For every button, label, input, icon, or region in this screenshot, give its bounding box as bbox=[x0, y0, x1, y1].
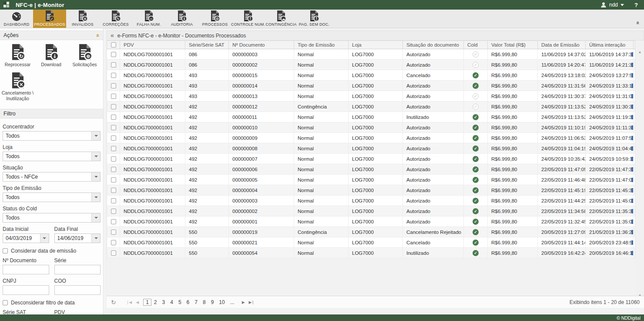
row-checkbox[interactable] bbox=[111, 62, 116, 68]
column-header-data-de-emiss-o[interactable]: Data de Emissão bbox=[538, 41, 586, 49]
tab-processados[interactable]: ✓PROCESSADOS bbox=[33, 10, 66, 28]
action-cancelamento-inutiliza-o[interactable]: ×Cancelamento \ Inutilização bbox=[1, 72, 34, 101]
table-row[interactable]: NDDLOG7000001001492000000011NormalLOG700… bbox=[107, 112, 635, 122]
table-row[interactable]: NDDLOG7000001001492000000007NormalLOG700… bbox=[107, 154, 635, 164]
table-row[interactable]: NDDLOG7000001001493000000013NormalLOG700… bbox=[107, 91, 635, 101]
table-row[interactable]: NDDLOG7000001001492000000009NormalLOG700… bbox=[107, 133, 635, 143]
table-row[interactable]: NDDLOG7000001001492000000003NormalLOG700… bbox=[107, 196, 635, 206]
chevron-down-icon[interactable] bbox=[91, 172, 100, 181]
tab-processos[interactable]: ⚙PROCESSOS bbox=[198, 10, 231, 28]
toolbar-collapse-button[interactable]: « bbox=[637, 20, 644, 28]
refresh-icon[interactable]: ↻ bbox=[111, 299, 116, 306]
page-4[interactable]: 4 bbox=[168, 299, 176, 306]
situa-o-select[interactable]: Todos - NFCe bbox=[3, 172, 101, 182]
checkbox-considerar-data-emissao[interactable]: Considerar data de emissão bbox=[3, 248, 101, 254]
row-checkbox[interactable] bbox=[111, 219, 116, 224]
table-row[interactable]: NDDLOG7000001001086000000003NormalLOG700… bbox=[107, 49, 635, 60]
row-checkbox[interactable] bbox=[111, 73, 116, 78]
column-header-loja[interactable]: Loja bbox=[349, 41, 403, 49]
table-row[interactable]: NDDLOG7000001001492000000012Contingência… bbox=[107, 101, 635, 112]
chevron-down-icon[interactable] bbox=[91, 213, 100, 222]
column-header--ltima-intera-o[interactable]: Última interação bbox=[586, 41, 634, 49]
row-checkbox[interactable] bbox=[111, 156, 116, 162]
page-3[interactable]: 3 bbox=[160, 299, 168, 306]
page-7[interactable]: 7 bbox=[192, 299, 200, 306]
column-header-s-rie-s-rie-sat[interactable]: Série/Série SAT bbox=[185, 41, 229, 49]
actions-collapse-button[interactable]: « bbox=[97, 32, 100, 39]
row-checkbox[interactable] bbox=[111, 104, 116, 109]
page-8[interactable]: 8 bbox=[200, 299, 208, 306]
column-header-valor-total-r-[interactable]: Valor Total (R$) bbox=[488, 41, 538, 49]
tab-controle-num-[interactable]: !CONTROLE NUM. bbox=[231, 10, 265, 28]
row-checkbox[interactable] bbox=[111, 250, 116, 256]
row-checkbox[interactable] bbox=[111, 83, 116, 88]
page-5[interactable]: 5 bbox=[176, 299, 184, 306]
n-documento-field[interactable] bbox=[3, 265, 49, 274]
status-do-cold-select[interactable]: Todos bbox=[3, 213, 101, 223]
column-header-tipo-de-emiss-o[interactable]: Tipo de Emissão bbox=[294, 41, 349, 49]
tab-falha-num-[interactable]: −FALHA NUM. bbox=[132, 10, 165, 28]
scroll-up-arrow[interactable]: ▲ bbox=[636, 48, 644, 55]
row-checkbox[interactable] bbox=[111, 177, 116, 182]
tipo-de-emiss-o-select[interactable]: Todos bbox=[3, 193, 101, 202]
first-page-button[interactable]: ❘◀ bbox=[126, 300, 131, 304]
chevron-down-icon[interactable] bbox=[91, 234, 100, 243]
row-checkbox[interactable] bbox=[111, 209, 116, 214]
table-row[interactable]: NDDLOG7000001001492000000008NormalLOG700… bbox=[107, 143, 635, 154]
table-row[interactable]: NDDLOG7000001001492000000002NormalLOG700… bbox=[107, 206, 635, 216]
sidebar-collapse-button[interactable]: « bbox=[107, 32, 117, 40]
last-page-button[interactable]: ▶❘ bbox=[249, 300, 254, 304]
checkbox-icon[interactable] bbox=[3, 300, 8, 305]
concentrador-select[interactable]: Todos bbox=[3, 131, 101, 141]
row-checkbox[interactable] bbox=[111, 230, 116, 235]
row-checkbox[interactable] bbox=[111, 115, 116, 120]
tab-auditoria[interactable]: iAUDITORIA bbox=[165, 10, 198, 28]
chevron-down-icon[interactable] bbox=[40, 234, 49, 243]
tab-conting-ncia[interactable]: ☁CONTINGÊNCIA bbox=[265, 10, 298, 28]
cnpj-field[interactable] bbox=[3, 285, 49, 295]
tab-corre-es[interactable]: ✎CORREÇÕES bbox=[99, 10, 132, 28]
vertical-scrollbar[interactable]: ▲ ▼ bbox=[636, 41, 644, 314]
loja-select[interactable]: Todos bbox=[3, 152, 101, 161]
action-download[interactable]: ↓Download bbox=[34, 44, 68, 68]
s-rie-field[interactable] bbox=[54, 265, 101, 274]
table-row[interactable]: NDDLOG7000001001550000000021NormalLOG700… bbox=[107, 237, 635, 248]
column-header-pdv[interactable]: PDV bbox=[120, 41, 185, 49]
table-row[interactable]: NDDLOG7000001001492000000010NormalLOG700… bbox=[107, 122, 635, 133]
table-row[interactable]: NDDLOG7000001001492000000004NormalLOG700… bbox=[107, 185, 635, 196]
checkbox-icon[interactable] bbox=[3, 248, 8, 253]
page-2[interactable]: 2 bbox=[151, 299, 160, 306]
table-row[interactable]: NDDLOG7000001001492000000006NormalLOG700… bbox=[107, 164, 635, 175]
date-initial-picker[interactable]: 04/03/2019 bbox=[3, 233, 49, 243]
page-6[interactable]: 6 bbox=[184, 299, 192, 306]
tab-dashboard[interactable]: DASHBOARD bbox=[0, 10, 33, 28]
checkbox-desconsiderar-filtro-data[interactable]: Desconsiderar filtro de data bbox=[3, 300, 101, 306]
action-solicita-es[interactable]: ⊕Solicitações bbox=[68, 44, 101, 68]
table-row[interactable]: NDDLOG7000001001550000000019Contingência… bbox=[107, 227, 635, 237]
chevron-down-icon[interactable] bbox=[91, 193, 100, 202]
table-row[interactable]: NDDLOG7000001001492000000005NormalLOG700… bbox=[107, 175, 635, 185]
select-all-checkbox[interactable] bbox=[111, 42, 116, 47]
table-row[interactable]: NDDLOG7000001001493000000014NormalLOG700… bbox=[107, 81, 635, 91]
next-page-button[interactable]: ▶ bbox=[242, 300, 245, 304]
table-row[interactable]: NDDLOG7000001001492000000001NormalLOG700… bbox=[107, 216, 635, 227]
page-9[interactable]: 9 bbox=[208, 299, 217, 306]
row-checkbox[interactable] bbox=[111, 188, 116, 193]
row-checkbox[interactable] bbox=[111, 146, 116, 151]
table-row[interactable]: NDDLOG7000001001086000000002NormalLOG700… bbox=[107, 60, 635, 70]
row-checkbox[interactable] bbox=[111, 94, 116, 99]
page-1[interactable]: 1 bbox=[143, 299, 151, 306]
row-checkbox[interactable] bbox=[111, 125, 116, 130]
table-row[interactable]: NDDLOG7000001001550000000054NormalLOG700… bbox=[107, 248, 635, 258]
previous-page-button[interactable]: ◀ bbox=[136, 300, 138, 304]
help-button[interactable]: ? bbox=[634, 2, 638, 8]
coo-field[interactable] bbox=[54, 285, 101, 295]
table-row[interactable]: NDDLOG7000001001493000000015NormalLOG700… bbox=[107, 70, 635, 81]
row-checkbox[interactable] bbox=[111, 135, 116, 141]
chevron-down-icon[interactable] bbox=[91, 132, 100, 140]
row-checkbox[interactable] bbox=[111, 52, 116, 57]
page-10[interactable]: 10 bbox=[216, 299, 227, 306]
column-header-n-documento[interactable]: Nº Documento bbox=[229, 41, 294, 49]
tab-inv-lidos[interactable]: ×INVÁLIDOS bbox=[66, 10, 99, 28]
user-menu[interactable]: ndd bbox=[600, 2, 624, 8]
